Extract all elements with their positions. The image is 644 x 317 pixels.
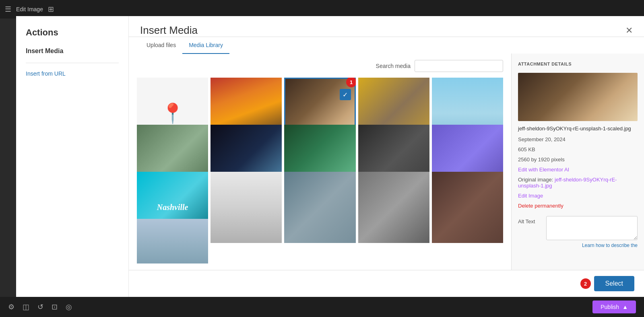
media-item-truck2[interactable] xyxy=(137,219,208,263)
media-item-blur[interactable] xyxy=(284,172,355,243)
insert-from-url-link[interactable]: Insert from URL xyxy=(16,68,128,79)
left-sidebar-bg xyxy=(0,19,16,297)
media-item-trees[interactable] xyxy=(211,172,282,243)
tab-media-library[interactable]: Media Library xyxy=(182,37,229,54)
select-button-wrapper: 2 Select xyxy=(580,276,634,291)
media-grid: 📍 1 ✓ xyxy=(137,78,503,263)
attachment-title: ATTACHMENT DETAILS xyxy=(518,62,638,66)
responsive-icon[interactable]: ⊡ xyxy=(52,303,58,311)
settings-icon[interactable]: ⚙ xyxy=(8,303,14,311)
publish-button[interactable]: Publish ▲ xyxy=(592,301,636,313)
modal-left-panel: Actions Insert Media Insert from URL xyxy=(16,16,129,297)
search-bar: Search media xyxy=(137,60,503,72)
edit-with-elementor-link[interactable]: Edit with Elementor AI xyxy=(518,167,638,173)
app-title: Edit Image xyxy=(16,6,43,12)
selection-number-badge: 1 xyxy=(346,78,356,87)
media-item-bike2[interactable] xyxy=(358,172,429,243)
bottom-bar-left: ⚙ ◫ ↺ ⊡ ◎ xyxy=(8,303,72,311)
original-image-label: Original image: xyxy=(518,177,553,183)
modal-title: Insert Media xyxy=(140,24,198,37)
publish-chevron-icon: ▲ xyxy=(622,304,628,310)
search-label: Search media xyxy=(376,63,411,69)
map-pin-icon: 📍 xyxy=(161,102,185,125)
attachment-details-panel: ATTACHMENT DETAILS jeff-sheldon-9SyOKYrq… xyxy=(511,54,644,270)
edit-image-link[interactable]: Edit Image xyxy=(518,193,638,199)
left-divider xyxy=(26,63,119,63)
select-number-badge: 2 xyxy=(580,278,591,289)
grid-icon[interactable]: ⊞ xyxy=(48,5,54,14)
insert-media-label: Insert Media xyxy=(16,44,128,58)
layers-icon[interactable]: ◫ xyxy=(23,303,29,311)
media-item-moto2[interactable] xyxy=(432,172,503,243)
check-badge: ✓ xyxy=(340,89,351,100)
eye-icon[interactable]: ◎ xyxy=(66,303,72,311)
bottom-bar: ⚙ ◫ ↺ ⊡ ◎ Publish ▲ xyxy=(0,297,644,317)
hamburger-icon[interactable]: ☰ xyxy=(5,5,11,14)
media-grid-area: Search media 📍 xyxy=(129,54,511,270)
modal-tabs: Upload files Media Library xyxy=(129,37,644,54)
alt-text-row: Alt Text xyxy=(518,216,638,240)
attachment-dimensions: 2560 by 1920 pixels xyxy=(518,156,638,163)
tab-upload-files[interactable]: Upload files xyxy=(140,37,182,54)
modal-content: Search media 📍 xyxy=(129,54,644,270)
modal-header: Insert Media ✕ xyxy=(129,16,644,37)
search-input[interactable] xyxy=(415,60,503,72)
attachment-date: September 20, 2024 xyxy=(518,136,638,142)
alt-text-label: Alt Text xyxy=(518,216,542,224)
attachment-filesize: 605 KB xyxy=(518,146,638,152)
learn-link[interactable]: Learn how to describe the xyxy=(518,243,638,248)
modal-right-area: Insert Media ✕ Upload files Media Librar… xyxy=(129,16,644,297)
attachment-filename: jeff-sheldon-9SyOKYrq-rE-unsplash-1-scal… xyxy=(518,125,638,132)
select-button[interactable]: Select xyxy=(594,276,634,291)
delete-permanently-link[interactable]: Delete permanently xyxy=(518,203,638,209)
attachment-thumbnail xyxy=(518,73,638,121)
publish-label: Publish xyxy=(601,304,619,310)
modal-footer: 2 Select xyxy=(129,270,644,297)
insert-media-modal: Actions Insert Media Insert from URL Ins… xyxy=(16,16,644,297)
original-image-info: Original image: jeff-sheldon-9SyOKYrq-rE… xyxy=(518,177,638,189)
alt-text-input[interactable] xyxy=(546,216,638,240)
actions-heading: Actions xyxy=(16,24,128,44)
close-button[interactable]: ✕ xyxy=(625,26,633,35)
history-icon[interactable]: ↺ xyxy=(37,303,43,311)
